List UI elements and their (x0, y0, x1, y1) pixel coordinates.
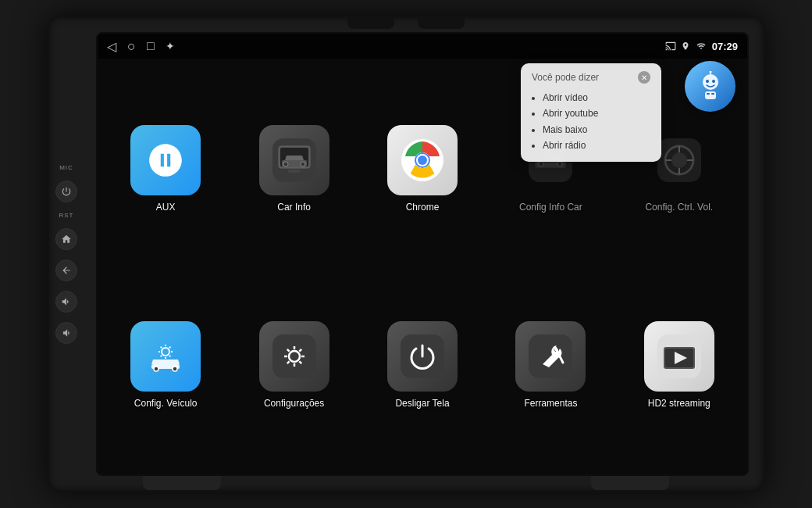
app-desligar-tela[interactable]: Desligar Tela (362, 270, 483, 459)
svg-rect-62 (711, 93, 714, 95)
svg-line-31 (161, 346, 162, 348)
status-time: 07:29 (712, 41, 738, 52)
svg-point-36 (154, 367, 158, 371)
screen: ◁ ○ □ ✦ 07:29 AUX (96, 32, 749, 476)
app-config-veiculo[interactable]: Config. Veículo (105, 270, 226, 459)
back-nav-icon[interactable]: ◁ (107, 39, 116, 54)
bottom-mount-left (143, 474, 221, 490)
svg-point-59 (709, 71, 711, 73)
svg-point-55 (703, 74, 718, 90)
config-ctrl-vol-label: Config. Ctrl. Vol. (645, 202, 713, 213)
home-button[interactable] (55, 228, 77, 250)
head-unit: MIC RST ◁ ○ □ ✦ (47, 16, 765, 492)
back-button[interactable] (55, 259, 77, 281)
svg-rect-61 (707, 93, 710, 95)
svg-point-26 (162, 348, 169, 356)
cast-icon (665, 41, 676, 52)
configuracoes-label: Configurações (264, 398, 324, 409)
svg-rect-6 (288, 170, 301, 173)
svg-line-34 (161, 355, 162, 356)
volume-up-button[interactable] (55, 291, 77, 313)
power-button[interactable] (55, 181, 77, 202)
status-indicators: 07:29 (665, 41, 738, 52)
voice-item-1: Abrir youtube (543, 106, 650, 121)
desligar-tela-label: Desligar Tela (395, 398, 449, 409)
aux-label: AUX (156, 202, 176, 213)
app-chrome[interactable]: Chrome (362, 74, 483, 263)
car-info-icon (259, 125, 329, 195)
app-configuracoes[interactable]: Configurações (233, 270, 354, 459)
rst-label: RST (59, 212, 74, 219)
hd2-streaming-label: HD2 streaming (648, 398, 710, 409)
voice-item-0: Abrir vídeo (543, 90, 650, 106)
mic-label: MIC (59, 164, 73, 171)
svg-point-20 (671, 152, 687, 168)
volume-down-button[interactable] (55, 322, 77, 344)
ferramentas-icon (515, 321, 586, 392)
app-aux[interactable]: AUX (105, 74, 226, 263)
svg-rect-38 (272, 334, 316, 378)
svg-point-57 (712, 80, 715, 83)
location-icon (681, 41, 690, 52)
ferramentas-label: Ferramentas (524, 398, 577, 409)
svg-rect-60 (705, 91, 716, 99)
nav-buttons: ◁ ○ □ ✦ (107, 38, 175, 55)
configuracoes-icon (259, 321, 329, 392)
app-ferramentas[interactable]: Ferramentas (490, 270, 611, 459)
svg-line-51 (555, 348, 557, 350)
ai-circle (685, 61, 735, 112)
hd2-streaming-icon (644, 321, 714, 392)
config-veiculo-label: Config. Veículo (134, 398, 198, 409)
config-info-car-label: Config Info Car (519, 202, 582, 213)
aux-icon (130, 125, 201, 195)
home-nav-icon[interactable]: ○ (127, 38, 136, 55)
voice-popup: Você pode dizer ✕ Abrir vídeo Abrir yout… (521, 63, 661, 162)
voice-popup-header: Você pode dizer ✕ (532, 71, 650, 84)
app-hd2-streaming[interactable]: HD2 streaming (619, 270, 739, 459)
voice-close-button[interactable]: ✕ (638, 71, 650, 84)
brightness-icon[interactable]: ✦ (166, 40, 175, 52)
svg-point-4 (283, 162, 288, 166)
app-car-info[interactable]: Car Info (233, 74, 354, 263)
car-info-label: Car Info (277, 202, 311, 213)
desligar-tela-icon (387, 321, 458, 392)
recent-nav-icon[interactable]: □ (147, 39, 155, 53)
ai-assistant-icon[interactable] (685, 61, 735, 112)
svg-point-14 (539, 162, 543, 166)
bottom-mount-right (591, 474, 669, 490)
svg-line-32 (169, 355, 171, 356)
wifi-icon (695, 41, 707, 51)
svg-point-10 (418, 156, 427, 165)
voice-item-3: Abrir rádio (543, 138, 650, 153)
status-bar: ◁ ○ □ ✦ 07:29 (98, 34, 747, 59)
svg-point-56 (706, 80, 709, 83)
svg-point-37 (173, 367, 177, 371)
svg-line-33 (169, 346, 171, 348)
config-veiculo-icon (130, 321, 201, 392)
svg-point-5 (301, 162, 305, 166)
svg-point-15 (557, 162, 562, 166)
chrome-icon (387, 125, 458, 195)
voice-list: Abrir vídeo Abrir youtube Mais baixo Abr… (532, 90, 650, 154)
left-controls: MIC RST (55, 164, 77, 344)
top-cutouts (347, 18, 465, 29)
voice-item-2: Mais baixo (543, 122, 650, 138)
chrome-label: Chrome (406, 202, 440, 213)
voice-popup-title: Você pode dizer (532, 72, 599, 83)
